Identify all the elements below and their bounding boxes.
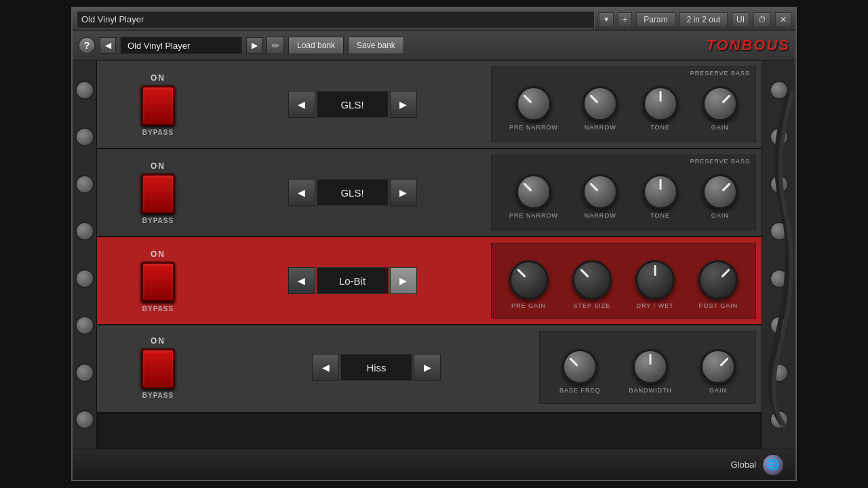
title-dropdown-arrow[interactable]: ▼ (599, 12, 614, 27)
effect-1-knob-tone: TONE (643, 86, 678, 131)
side-knob-5[interactable] (75, 269, 94, 288)
effect-4-knob-panel: BASE FREQ BANDWIDTH GAIN (539, 331, 756, 404)
right-knob-5[interactable] (770, 269, 789, 288)
effect-2-preset-prev[interactable]: ◀ (288, 179, 315, 206)
effect-2-bypass-button[interactable] (141, 174, 175, 214)
preset-bar: ? ◀ Old Vinyl Player ▶ ✏ Load bank Save … (73, 31, 795, 61)
effect-4-bypass-button[interactable] (141, 348, 175, 389)
plugin-window: ▼ + Param 2 in 2 out UI ⏱ ✕ ? ◀ Old Viny… (71, 7, 797, 481)
effect-3-pre-gain-knob[interactable] (509, 260, 549, 300)
effect-4-gain-label: GAIN (709, 387, 727, 394)
effect-3-dry-wet-label: DRY / WET (637, 302, 674, 309)
effect-2-bypass-label: BYPASS (142, 217, 174, 224)
effect-1-preserve-bass-label: PRESERVE BASS (690, 70, 750, 77)
effect-4-bandwidth-label: BANDWIDTH (629, 387, 672, 394)
side-knob-4[interactable] (75, 222, 94, 241)
effect-2-knob-gain: GAIN (703, 174, 738, 219)
preset-edit-button[interactable]: ✏ (267, 37, 284, 54)
effect-3-knob-pre-gain: PRE GAIN (509, 260, 549, 309)
effect-3-post-gain-knob[interactable] (698, 260, 738, 300)
side-knob-1[interactable] (75, 81, 94, 100)
right-knob-3[interactable] (770, 175, 789, 194)
effect-4-base-freq-knob[interactable] (562, 349, 597, 384)
effect-3-pre-gain-label: PRE GAIN (511, 302, 546, 309)
effect-4-bandwidth-knob[interactable] (633, 349, 668, 384)
effect-1-knob-narrow: NARROW (583, 86, 618, 131)
global-label[interactable]: Global (730, 460, 756, 470)
right-knob-2[interactable] (770, 127, 789, 146)
preset-next-button[interactable]: ▶ (246, 37, 262, 54)
effect-1-narrow-knob[interactable] (583, 86, 618, 121)
effect-3-preset-name: Lo-Bit (317, 267, 389, 294)
effect-3-knobs-row: PRE GAIN STEP SIZE DRY / WET POST G (497, 257, 750, 312)
right-knob-6[interactable] (770, 316, 789, 335)
ui-button[interactable]: UI (732, 12, 749, 27)
effect-4-knob-base-freq: BASE FREQ (559, 349, 601, 394)
effect-4-preset-prev[interactable]: ◀ (312, 354, 339, 381)
effect-2-on-label: ON (151, 161, 165, 171)
effect-2-preset-name: GLS! (317, 179, 389, 206)
effect-1-preset-next[interactable]: ▶ (390, 91, 417, 118)
effect-2-tone-knob[interactable] (643, 174, 678, 209)
preset-prev-button[interactable]: ◀ (100, 37, 116, 54)
effect-1-bypass-button[interactable] (141, 85, 175, 126)
param-button[interactable]: Param (636, 12, 675, 27)
effect-1-bypass-label: BYPASS (142, 129, 174, 136)
main-area: ON BYPASS ◀ GLS! ▶ PRESERVE BASS (73, 61, 795, 449)
global-icon: 🌐 (766, 458, 780, 471)
left-panel (73, 61, 97, 449)
help-button[interactable]: ? (78, 37, 96, 54)
effect-row-3: ON BYPASS ◀ Lo-Bit ▶ PRE GAIN (97, 237, 762, 325)
effect-4-gain-knob[interactable] (701, 349, 736, 384)
effect-3-preset-next[interactable]: ▶ (390, 267, 417, 294)
effect-1-pre-narrow-label: PRE NARROW (509, 124, 558, 131)
footer: Global 🌐 (73, 449, 795, 480)
effect-2-pre-narrow-knob[interactable] (516, 174, 551, 209)
global-knob[interactable]: 🌐 (762, 453, 785, 476)
right-knob-1[interactable] (770, 81, 789, 100)
effect-3-knob-panel: PRE GAIN STEP SIZE DRY / WET POST G (491, 243, 756, 319)
right-knob-8[interactable] (770, 410, 789, 429)
effect-4-preset-next[interactable]: ▶ (414, 354, 441, 381)
effect-1-tone-knob[interactable] (643, 86, 678, 121)
side-knob-2[interactable] (75, 127, 94, 146)
side-knob-7[interactable] (75, 363, 94, 382)
effect-2-preset-next[interactable]: ▶ (390, 179, 417, 206)
center-area: ON BYPASS ◀ GLS! ▶ PRESERVE BASS (97, 61, 762, 449)
effect-row-4: ON BYPASS ◀ Hiss ▶ BASE FREQ (97, 325, 762, 413)
side-knob-6[interactable] (75, 316, 94, 335)
load-bank-button[interactable]: Load bank (288, 37, 344, 54)
effect-3-on-label: ON (151, 249, 165, 259)
right-panel (762, 61, 795, 449)
effect-1-tone-label: TONE (650, 124, 670, 131)
effect-3-preset-prev[interactable]: ◀ (288, 267, 315, 294)
side-knob-8[interactable] (75, 410, 94, 429)
effect-1-gain-knob[interactable] (703, 86, 738, 121)
preset-name-display: Old Vinyl Player (120, 37, 242, 54)
effect-row-1: ON BYPASS ◀ GLS! ▶ PRESERVE BASS (97, 61, 762, 149)
effect-3-dry-wet-knob[interactable] (635, 260, 675, 300)
effect-2-left: ON BYPASS (97, 149, 219, 236)
right-knob-4[interactable] (770, 222, 789, 241)
effect-2-preserve-bass-label: PRESERVE BASS (690, 158, 750, 165)
effect-3-bypass-button[interactable] (141, 262, 175, 302)
io-button[interactable]: 2 in 2 out (679, 12, 728, 27)
preset-title-input[interactable] (77, 11, 595, 28)
effect-1-preset-name: GLS! (317, 91, 389, 118)
right-knob-7[interactable] (770, 363, 789, 382)
effect-1-pre-narrow-knob[interactable] (516, 86, 551, 121)
effect-1-preset-prev[interactable]: ◀ (288, 91, 315, 118)
clock-button[interactable]: ⏱ (753, 12, 771, 27)
side-knob-3[interactable] (75, 175, 94, 194)
effect-2-knob-tone: TONE (643, 174, 678, 219)
save-bank-button[interactable]: Save bank (348, 37, 404, 54)
effect-2-gain-knob[interactable] (703, 174, 738, 209)
effect-1-left: ON BYPASS (97, 61, 219, 148)
effect-3-left: ON BYPASS (97, 237, 219, 324)
effect-2-narrow-knob[interactable] (583, 174, 618, 209)
effect-3-knob-dry-wet: DRY / WET (635, 260, 675, 309)
effect-3-step-size-knob[interactable] (572, 260, 612, 300)
effect-4-knob-bandwidth: BANDWIDTH (629, 349, 672, 394)
close-button[interactable]: ✕ (775, 12, 791, 27)
add-button[interactable]: + (618, 12, 632, 27)
